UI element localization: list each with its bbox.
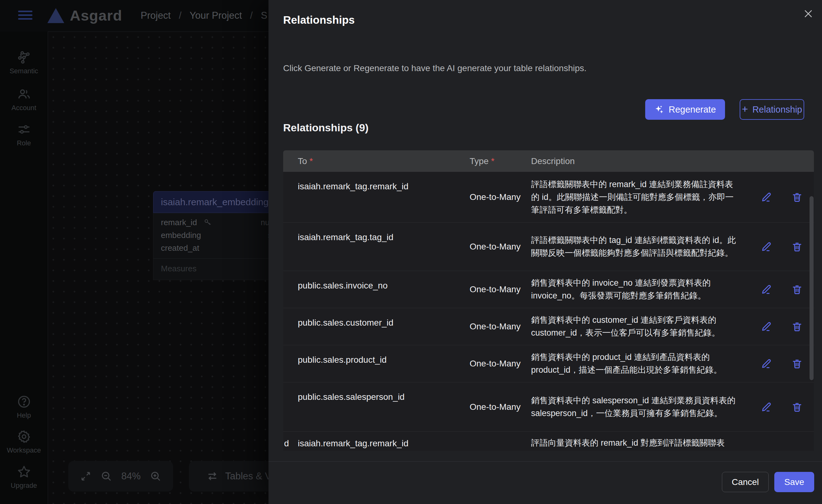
clipped-text-fragment: d	[284, 439, 289, 449]
delete-button[interactable]	[791, 191, 803, 203]
relationships-count-heading: Relationships (9)	[283, 122, 369, 134]
pencil-icon	[761, 321, 772, 332]
table-row: d isaiah.remark_tag.remark_id 評語向量資料表的 r…	[283, 432, 814, 451]
table-row: public.sales.salesperson_id One-to-Many …	[283, 382, 814, 432]
required-marker: *	[491, 156, 495, 166]
pencil-icon	[761, 358, 772, 369]
relationships-drawer: Relationships Click Generate or Regenera…	[269, 0, 822, 504]
semantic-graph-icon	[17, 50, 31, 65]
drawer-actions: Regenerate + Relationship	[645, 99, 804, 120]
workspace-gear-icon	[17, 430, 31, 444]
relationship-description: 評語標籤關聯表中的 remark_id 連結到業務備註資料表的 id。此關聯描述…	[531, 172, 753, 222]
breadcrumb-separator: /	[250, 10, 253, 21]
relationship-type: One-to-Many	[470, 322, 531, 332]
table-row: public.sales.product_id One-to-Many 銷售資料…	[283, 345, 814, 382]
close-icon[interactable]	[801, 7, 815, 21]
relationship-description: 評語向量資料表的 remark_id 對應到評語標籤關聯表	[531, 432, 753, 451]
relationship-to: isaiah.remark_tag.remark_id	[283, 432, 470, 449]
sidebar-item-account[interactable]: Account	[0, 87, 48, 112]
edit-button[interactable]	[761, 401, 772, 413]
trash-icon	[791, 241, 803, 252]
sidebar-item-semantic[interactable]: Semantic	[0, 50, 48, 75]
table-node-title[interactable]: isaiah.remark_embeddings	[153, 191, 278, 213]
edit-button[interactable]	[761, 241, 772, 253]
delete-button[interactable]	[791, 241, 803, 253]
column-header-description: Description	[531, 156, 753, 166]
relationship-description: 銷售資料表中的 invoice_no 連結到發票資料表的 invoice_no。…	[531, 271, 753, 308]
relationship-description: 銷售資料表中的 salesperson_id 連結到業務員資料表的 salesp…	[531, 389, 753, 425]
edit-button[interactable]	[761, 321, 772, 333]
edit-button[interactable]	[761, 358, 772, 370]
relationship-to: public.sales.salesperson_id	[283, 382, 470, 402]
sidebar-item-workspace[interactable]: Workspace	[0, 430, 48, 454]
zoom-in-icon[interactable]	[150, 471, 161, 482]
table-row: isaiah.remark_tag.tag_id One-to-Many 評語標…	[283, 223, 814, 271]
relationship-type: One-to-Many	[470, 402, 531, 412]
sidebar: Semantic Account Role Help Workspace Upg…	[0, 31, 48, 504]
breadcrumb-separator: /	[179, 10, 181, 21]
drawer-footer: Cancel Save	[722, 472, 814, 492]
pencil-icon	[761, 284, 772, 295]
delete-button[interactable]	[791, 284, 803, 295]
measures-section-label: Measures	[153, 262, 278, 276]
relationships-table: To* Type* Description isaiah.remark_tag.…	[283, 150, 814, 451]
table-body: isaiah.remark_tag.remark_id One-to-Many …	[283, 172, 814, 451]
pencil-icon	[761, 401, 772, 413]
trash-icon	[791, 358, 803, 369]
fit-view-icon[interactable]	[80, 471, 91, 482]
asgard-logo-icon	[47, 8, 64, 23]
save-button[interactable]: Save	[774, 472, 814, 492]
relationship-type: One-to-Many	[470, 242, 531, 252]
field-row[interactable]: remark_id nu	[153, 216, 278, 229]
account-people-icon	[17, 87, 31, 101]
field-row[interactable]: embedding s	[153, 229, 278, 242]
table-header-row: To* Type* Description	[283, 150, 814, 172]
relationship-description: 銷售資料表中的 product_id 連結到產品資料表的 product_id，…	[531, 345, 753, 382]
sidebar-item-help[interactable]: Help	[0, 395, 48, 420]
role-sliders-icon	[17, 122, 31, 137]
relationship-to: isaiah.remark_tag.remark_id	[283, 172, 470, 191]
sidebar-item-upgrade[interactable]: Upgrade	[0, 465, 48, 490]
primary-key-icon	[203, 218, 212, 226]
edit-button[interactable]	[761, 284, 772, 295]
pencil-icon	[761, 241, 772, 252]
drawer-title: Relationships	[283, 14, 355, 26]
table-row: public.sales.invoice_no One-to-Many 銷售資料…	[283, 271, 814, 308]
trash-icon	[791, 284, 803, 295]
breadcrumb-item-current[interactable]: S	[261, 10, 267, 21]
relationship-description: 評語標籤關聯表中的 tag_id 連結到標籤資料表的 id。此關聯反映一個標籤能…	[531, 228, 753, 265]
breadcrumb-item-your-project[interactable]: Your Project	[189, 10, 242, 21]
relationship-description: 銷售資料表中的 customer_id 連結到客戶資料表的 customer_i…	[531, 308, 753, 345]
relationship-type: One-to-Many	[470, 359, 531, 369]
hamburger-menu-icon[interactable]	[18, 11, 32, 21]
regenerate-button[interactable]: Regenerate	[645, 99, 725, 120]
swap-arrows-icon	[207, 470, 218, 482]
add-relationship-button[interactable]: + Relationship	[740, 99, 804, 120]
vertical-scrollbar[interactable]	[810, 196, 814, 380]
canvas-zoom-toolbar: 84%	[68, 461, 173, 492]
delete-button[interactable]	[791, 321, 803, 333]
relationship-type: One-to-Many	[470, 192, 531, 202]
delete-button[interactable]	[791, 401, 803, 413]
relationship-type: One-to-Many	[470, 285, 531, 295]
zoom-level: 84%	[121, 471, 141, 482]
table-node-remark-embeddings[interactable]: isaiah.remark_embeddings remark_id nu em…	[153, 191, 278, 280]
delete-button[interactable]	[791, 358, 803, 370]
upgrade-star-icon	[17, 465, 31, 479]
breadcrumb: Project / Your Project / S	[141, 10, 267, 21]
sparkle-icon	[654, 104, 664, 114]
relationship-to: public.sales.invoice_no	[283, 271, 470, 291]
table-node-fields: remark_id nu embedding s created_at Meas…	[153, 213, 278, 280]
sidebar-item-role[interactable]: Role	[0, 122, 48, 147]
pencil-icon	[761, 191, 772, 203]
footer-divider	[269, 461, 822, 462]
column-header-type: Type*	[470, 156, 531, 166]
cancel-button[interactable]: Cancel	[722, 472, 769, 492]
required-marker: *	[310, 156, 313, 166]
zoom-out-icon[interactable]	[101, 471, 112, 482]
table-row: isaiah.remark_tag.remark_id One-to-Many …	[283, 172, 814, 223]
edit-button[interactable]	[761, 191, 772, 203]
relationship-to: public.sales.product_id	[283, 345, 470, 365]
breadcrumb-item-project[interactable]: Project	[141, 10, 170, 21]
field-row[interactable]: created_at	[153, 242, 278, 255]
